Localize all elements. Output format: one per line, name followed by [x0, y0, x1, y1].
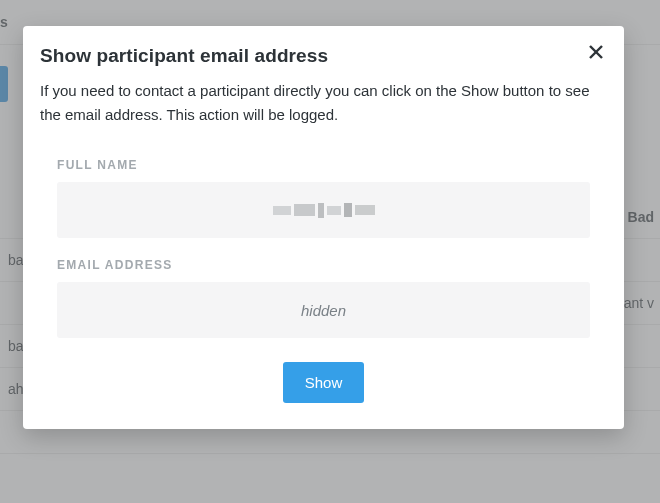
show-email-modal: Show participant email address If you ne… — [23, 26, 624, 429]
full-name-field-group: FULL NAME — [40, 158, 607, 238]
close-button[interactable] — [582, 42, 610, 64]
redacted-placeholder-icon — [273, 201, 375, 219]
modal-description: If you need to contact a participant dir… — [40, 79, 607, 129]
email-value: hidden — [57, 282, 590, 338]
modal-actions: Show — [40, 362, 607, 403]
close-icon — [588, 48, 604, 63]
full-name-label: FULL NAME — [57, 158, 590, 172]
email-label: EMAIL ADDRESS — [57, 258, 590, 272]
modal-title: Show participant email address — [40, 44, 328, 69]
show-button[interactable]: Show — [283, 362, 365, 403]
email-hidden-text: hidden — [301, 302, 346, 319]
email-field-group: EMAIL ADDRESS hidden — [40, 258, 607, 338]
full-name-value-redacted — [57, 182, 590, 238]
modal-header: Show participant email address — [40, 44, 607, 69]
